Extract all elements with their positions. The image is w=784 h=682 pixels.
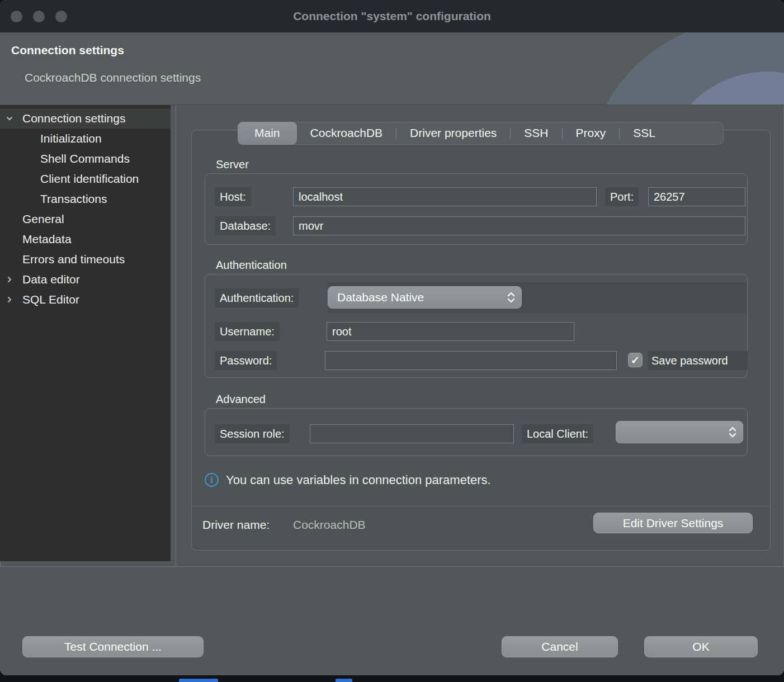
tree-item-metadata[interactable]: Metadata — [0, 229, 171, 249]
local-client-label: Local Client: — [522, 424, 593, 443]
authentication-selected-value: Database Native — [337, 291, 507, 304]
port-input[interactable] — [648, 187, 745, 206]
main-tab-panel: Server Host: Port: Database: Authenticat… — [191, 130, 771, 551]
background-window-fragment — [336, 679, 352, 682]
authentication-group-title: Authentication — [216, 259, 287, 272]
authentication-select[interactable]: Database Native — [328, 286, 522, 309]
tree-item-shell-commands[interactable]: Shell Commands — [0, 149, 171, 169]
session-role-label: Session role: — [215, 424, 290, 443]
background-window-fragment — [179, 679, 218, 682]
tab-main[interactable]: Main — [238, 122, 297, 145]
page-subtitle: CockroachDB connection settings — [25, 71, 201, 84]
connection-tabs: Main CockroachDB Driver properties SSH P… — [238, 122, 724, 145]
database-label: Database: — [215, 216, 276, 235]
port-label: Port: — [605, 187, 639, 206]
tree-item-general[interactable]: General — [0, 209, 171, 229]
variables-hint-text: You can use variables in connection para… — [226, 473, 491, 487]
ok-button[interactable]: OK — [644, 636, 758, 657]
authentication-label: Authentication: — [215, 288, 299, 307]
dialog-header: Connection settings CockroachDB connecti… — [0, 32, 784, 105]
tab-cockroachdb[interactable]: CockroachDB — [297, 122, 396, 145]
password-label: Password: — [215, 351, 277, 370]
host-input[interactable] — [293, 187, 597, 206]
cancel-button[interactable]: Cancel — [502, 636, 618, 657]
chevron-down-icon[interactable] — [6, 115, 13, 122]
pane-divider-vertical[interactable] — [176, 105, 176, 566]
settings-tree: Connection settings Initialization Shell… — [0, 105, 171, 561]
tree-item-data-editor[interactable]: Data editor — [0, 269, 171, 290]
tab-ssl[interactable]: SSL — [620, 122, 669, 145]
panel-separator — [192, 506, 770, 506]
session-role-input[interactable] — [310, 424, 514, 443]
title-bar: Connection "system" configuration — [0, 0, 784, 32]
save-password-checkbox[interactable]: ✓ — [628, 353, 643, 367]
tree-item-connection-settings[interactable]: Connection settings — [0, 108, 171, 129]
tree-item-label: Initialization — [0, 132, 102, 145]
tree-item-label: Shell Commands — [0, 152, 130, 165]
tab-ssh[interactable]: SSH — [511, 122, 561, 145]
username-label: Username: — [215, 322, 280, 341]
page-title: Connection settings — [11, 44, 124, 57]
tree-item-label: Transactions — [0, 192, 107, 205]
server-group-title: Server — [216, 158, 249, 171]
local-client-select[interactable] — [616, 421, 743, 443]
tree-item-label: Client identification — [0, 172, 139, 185]
username-input[interactable] — [327, 322, 574, 341]
tab-proxy[interactable]: Proxy — [563, 122, 620, 145]
tree-item-label: Metadata — [0, 233, 72, 245]
connection-configuration-dialog: Connection "system" configuration Connec… — [0, 0, 784, 675]
tree-item-transactions[interactable]: Transactions — [0, 189, 171, 209]
dialog-footer: Test Connection ... Cancel OK — [0, 567, 784, 675]
save-password-label: Save password — [648, 351, 748, 370]
host-label: Host: — [215, 187, 251, 206]
test-connection-button[interactable]: Test Connection ... — [22, 636, 204, 657]
updown-chevron-icon — [507, 291, 516, 304]
tree-item-sql-editor[interactable]: SQL Editor — [0, 290, 171, 310]
tree-item-client-identification[interactable]: Client identification — [0, 169, 171, 189]
password-input[interactable] — [325, 351, 617, 370]
tree-item-label: General — [0, 212, 64, 225]
info-icon: i — [205, 473, 219, 487]
tab-driver-properties[interactable]: Driver properties — [396, 122, 510, 145]
edit-driver-settings-button[interactable]: Edit Driver Settings — [593, 513, 753, 533]
driver-name-label: Driver name: — [202, 518, 270, 532]
tree-item-errors-and-timeouts[interactable]: Errors and timeouts — [0, 249, 171, 269]
driver-name-value: CockroachDB — [293, 518, 366, 532]
advanced-group-title: Advanced — [216, 393, 266, 406]
tree-item-label: Connection settings — [0, 112, 125, 125]
chevron-right-icon[interactable] — [6, 276, 13, 283]
chevron-right-icon[interactable] — [6, 296, 13, 304]
database-input[interactable] — [293, 216, 745, 235]
window-title: Connection "system" configuration — [0, 0, 784, 32]
updown-chevron-icon — [728, 425, 737, 439]
tree-item-label: Errors and timeouts — [0, 253, 125, 266]
tree-item-initialization[interactable]: Initialization — [0, 129, 171, 149]
